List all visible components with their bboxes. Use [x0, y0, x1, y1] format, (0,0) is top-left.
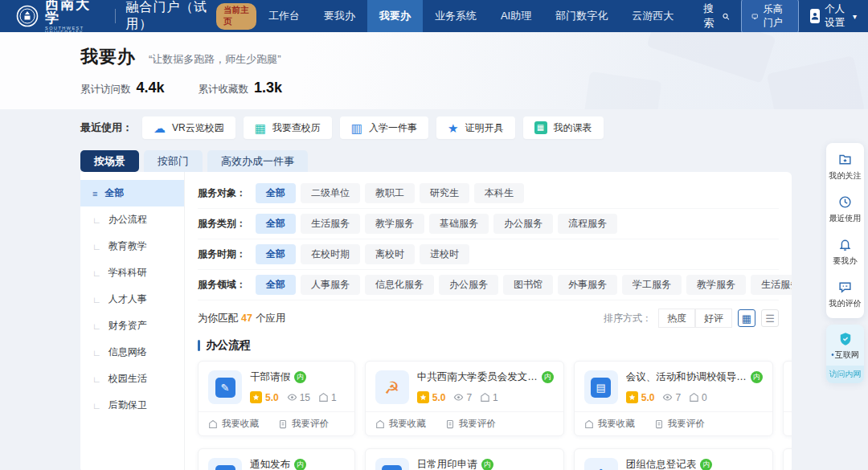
filter-chip[interactable]: 在校时期	[301, 244, 360, 264]
view-count: 7	[466, 392, 472, 403]
nav-item[interactable]: 云游西大	[620, 0, 686, 32]
filter-chip[interactable]: 本科生	[474, 183, 524, 203]
app-card[interactable]: ✎ 签报拟稿 内 5.0 6 0	[783, 448, 792, 470]
stat: 累计收藏数 1.3k	[199, 80, 283, 96]
favorite-button[interactable]: 我要收藏	[208, 418, 259, 430]
filter-chip[interactable]: 生活服务	[751, 275, 792, 295]
app-name: 团组信息登记表	[626, 458, 697, 470]
float-bar-item[interactable]: 我的关注	[826, 145, 864, 188]
filter-chip[interactable]: 学工服务	[622, 275, 682, 295]
filter-row-service-type: 服务类别： 全部 生活服务 教学服务 基础服务 办公服务 流程服务	[198, 209, 779, 239]
app-card[interactable]: ♟ 团组信息登记表 内 5.0 6 0	[574, 448, 773, 470]
filter-chip[interactable]: 教学服务	[686, 275, 746, 295]
internal-network-badge: 内	[481, 459, 493, 470]
network-switch[interactable]: •互联网 访问内网	[826, 325, 864, 383]
filter-chip[interactable]: 外事服务	[558, 275, 617, 295]
list-view-button[interactable]: ☰	[761, 309, 779, 327]
tab[interactable]: 按场景	[80, 150, 139, 172]
category-item[interactable]: 教育教学	[80, 233, 184, 260]
search-button[interactable]: 搜索	[703, 2, 730, 31]
view-tabs: 按场景 按部门 高效办成一件事	[80, 150, 788, 172]
access-intranet-button[interactable]: 访问内网	[826, 366, 864, 383]
nav-item[interactable]: 我要办	[367, 0, 423, 32]
float-bar-item[interactable]: 最近使用	[826, 188, 864, 231]
lego-portal-button[interactable]: 乐高门户	[741, 0, 799, 34]
category-item[interactable]: 办公流程	[80, 206, 184, 233]
review-button[interactable]: 我要评价	[445, 418, 496, 430]
filter-chip[interactable]: 全部	[256, 183, 296, 203]
filter-chip[interactable]: 教职工	[365, 183, 415, 203]
category-item[interactable]: 信息网络	[80, 339, 184, 366]
nav-item[interactable]: 要我办	[312, 0, 367, 32]
folder-star-icon	[838, 153, 852, 166]
university-name-zh: 西南大学	[45, 0, 105, 25]
category-item[interactable]: 全部	[80, 180, 184, 206]
party-emblem-icon: ☭	[384, 379, 399, 396]
category-icon	[92, 348, 101, 358]
float-bar-item[interactable]: 要我办	[826, 231, 864, 273]
review-button[interactable]: 我要评价	[654, 418, 705, 430]
section-accent-bar	[198, 340, 200, 351]
recent-app-chip[interactable]: ▦ 我的课表	[523, 116, 604, 139]
eye-icon	[287, 392, 297, 403]
personal-settings-menu[interactable]: 个人设置 ▾	[810, 2, 857, 30]
internal-network-badge: 内	[542, 371, 554, 383]
category-item[interactable]: 校园生活	[80, 366, 184, 392]
filter-chip[interactable]: 全部	[256, 244, 296, 264]
filter-chip[interactable]: 基础服务	[429, 214, 489, 234]
filter-chip[interactable]: 教学服务	[365, 214, 424, 234]
app-card[interactable]: ⊥ 日常用印申请 内 5.0 7 0	[365, 448, 564, 470]
filter-chip[interactable]: 离校时	[365, 244, 415, 264]
float-bar-item[interactable]: 我的评价	[826, 273, 864, 316]
recent-app-chip[interactable]: ▥ 入学一件事	[340, 116, 428, 139]
recent-app-chip[interactable]: ★ 证明开具	[436, 116, 514, 139]
recent-app-chip[interactable]: ☁ VR云览校园	[142, 116, 235, 139]
filter-chip[interactable]: 生活服务	[301, 214, 360, 234]
filter-chip[interactable]: 图书馆	[503, 275, 553, 295]
tab[interactable]: 高效办成一件事	[207, 150, 308, 172]
filter-chip[interactable]: 人事服务	[301, 275, 360, 295]
category-label: 办公流程	[108, 213, 147, 227]
recent-app-label: 入学一件事	[369, 121, 417, 135]
category-item[interactable]: 财务资产	[80, 313, 184, 339]
sort-option[interactable]: 热度	[658, 309, 695, 328]
app-card[interactable]: ❐ 西南大学发文申请 内 5.0 5 0	[783, 361, 792, 436]
filter-chip[interactable]: 研究生	[420, 183, 469, 203]
notice-icon: ✉	[215, 465, 235, 470]
review-button[interactable]: 我要评价	[278, 418, 329, 430]
category-item[interactable]: 学科科研	[80, 260, 184, 286]
filter-chip[interactable]: 二级单位	[301, 183, 360, 203]
app-card[interactable]: ☭ 中共西南大学委员会发文… 内 5.0 7 1	[365, 361, 564, 436]
filter-chip[interactable]: 办公服务	[493, 214, 553, 234]
filter-chip[interactable]: 全部	[256, 214, 296, 234]
network-status: •互联网	[826, 349, 864, 361]
nav-item[interactable]: 部门数字化	[543, 0, 620, 32]
sort-label: 排序方式：	[604, 312, 652, 325]
chat-icon	[838, 280, 852, 294]
category-item[interactable]: 人才人事	[80, 286, 184, 313]
recent-app-chip[interactable]: ▦ 我要查校历	[244, 116, 332, 139]
favorite-button[interactable]: 我要收藏	[375, 418, 426, 430]
app-card[interactable]: ▤ 会议、活动和协调校领导… 内 5.0 7 0	[574, 361, 773, 436]
filter-chip[interactable]: 信息化服务	[365, 275, 434, 295]
category-item[interactable]: 后勤保卫	[80, 392, 184, 419]
nav-item[interactable]: 工作台	[256, 0, 312, 32]
top-navbar: 西南大学 SOUTHWEST UNIVERSITY 融合门户（试用） 当前主页 …	[0, 0, 868, 32]
sort-option[interactable]: 好评	[695, 309, 732, 328]
favorite-button[interactable]: 我要收藏	[584, 418, 635, 430]
nav-item[interactable]: AI助理	[489, 0, 543, 32]
filter-chip[interactable]: 流程服务	[558, 214, 617, 234]
nav-item[interactable]: 业务系统	[423, 0, 489, 32]
filter-chip[interactable]: 办公服务	[439, 275, 498, 295]
filter-chip[interactable]: 进校时	[420, 244, 469, 264]
app-card[interactable]: ✎ 干部请假 内 5.0 15 1	[198, 361, 355, 436]
app-card[interactable]: ✉ 通知发布 内 5.0 10 0	[198, 448, 355, 470]
grid-view-button[interactable]: ▦	[738, 309, 755, 327]
internal-network-badge: 内	[294, 371, 306, 383]
internal-network-badge: 内	[751, 371, 763, 383]
app-icon-tile: ⊥	[375, 458, 409, 470]
category-icon	[92, 268, 101, 278]
internal-network-badge: 内	[700, 459, 712, 470]
filter-chip[interactable]: 全部	[256, 275, 296, 295]
tab[interactable]: 按部门	[144, 150, 203, 172]
